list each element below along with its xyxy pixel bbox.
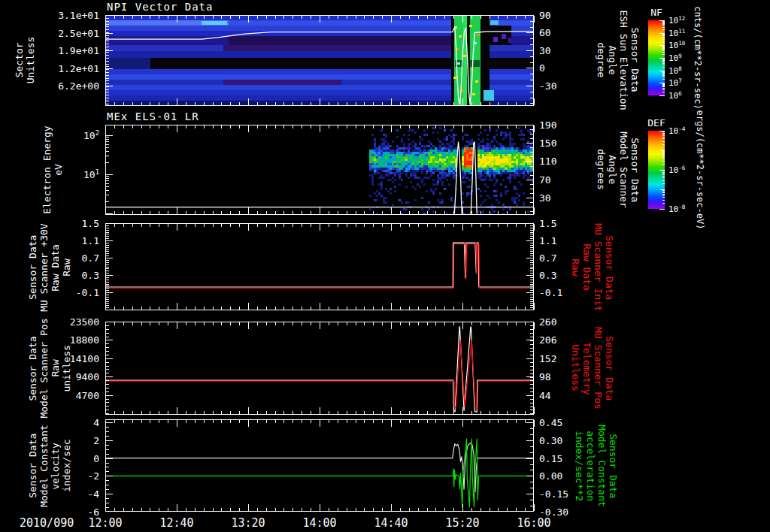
y-tick-label: 2 <box>17 434 99 446</box>
y-tick-label: 102 <box>17 129 99 141</box>
x-tick-label: 14:00 <box>302 516 336 530</box>
y-tick-label: 260 <box>539 316 592 328</box>
y-tick-label: 0.7 <box>539 252 592 264</box>
y-tick-label: 101 <box>17 168 99 180</box>
y-tick-label: 0.7 <box>17 252 99 264</box>
y-tick-label: 110 <box>539 156 592 167</box>
colorbar-tick-label: 10-8 <box>668 204 685 215</box>
y-tick-label: 44 <box>539 389 592 401</box>
colorbar-tick-label: 1012 <box>668 15 685 26</box>
y-tick-label: 0 <box>17 452 99 464</box>
y-tick-label: 4 <box>17 416 99 428</box>
colorbar2-title: DEF <box>647 117 666 128</box>
panel1-right-axis-label: Sensor Data ESH Sun Elevation Angle degr… <box>596 10 641 110</box>
y-tick-label: 0.30 <box>539 434 592 446</box>
x-tick-label: 15:20 <box>445 516 479 530</box>
y-tick-label: -30 <box>539 80 592 91</box>
y-tick-label: -2 <box>17 470 99 482</box>
y-tick-label: 2.5e+01 <box>17 27 99 38</box>
y-tick-label: 9400 <box>17 371 99 382</box>
y-tick-label: 30 <box>539 192 592 203</box>
y-tick-label: 0.3 <box>17 270 99 281</box>
colorbar-tick-label: 10-4 <box>668 125 685 137</box>
y-tick-label: 70 <box>539 174 592 185</box>
figure-root: NPI Vector Data MEx ELS-01 LR Sector Uni… <box>0 0 770 532</box>
plots-canvas <box>0 0 770 532</box>
panel4-left-axis-label: Sensor Data Model Scanner Pos Raw unitle… <box>27 318 72 418</box>
y-tick-label: 14100 <box>17 352 99 364</box>
y-tick-label: 0.15 <box>539 452 592 464</box>
x-tick-label: 13:20 <box>231 516 265 530</box>
panel2-right-axis-label: Sensor Data Model Scanner Angle degrees <box>596 131 641 208</box>
y-tick-label: 152 <box>539 352 592 364</box>
y-tick-label: 18800 <box>17 334 99 346</box>
y-tick-label: -0.15 <box>539 488 592 500</box>
colorbar-tick-label: 108 <box>668 65 682 76</box>
colorbar-tick-label: 109 <box>668 53 682 64</box>
y-tick-label: 90 <box>539 10 592 21</box>
y-tick-label: 206 <box>539 334 592 346</box>
colorbar1-title: NF <box>647 7 666 18</box>
panel-3-series <box>105 243 534 288</box>
y-tick-label: 23500 <box>17 316 99 328</box>
colorbar-tick-label: 10-6 <box>668 165 685 176</box>
y-tick-label: 0.3 <box>539 270 592 281</box>
y-tick-label: -4 <box>17 488 99 500</box>
panel-4-series <box>105 327 534 413</box>
y-tick-label: 150 <box>539 138 592 149</box>
y-tick-label: 0.45 <box>539 416 592 428</box>
panel1-title: NPI Vector Data <box>107 1 213 13</box>
y-tick-label: 3.1e+01 <box>17 10 99 21</box>
y-tick-label: 1.1 <box>539 235 592 246</box>
y-tick-label: 4700 <box>17 389 99 401</box>
panel1-left-axis-label: Sector Unitless <box>14 37 36 84</box>
x-tick-label: 16:00 <box>517 516 550 530</box>
colorbar2-unit-label: ergs/(cm**2-sr-sec-eV) <box>695 110 705 230</box>
colorbar1-unit-label: cnts/(cm**2-sr-sec) <box>693 6 703 109</box>
y-tick-label: 1.1 <box>17 235 99 246</box>
colorbar <box>648 20 665 96</box>
x-tick-label: 12:00 <box>88 516 122 530</box>
y-tick-label: 190 <box>539 119 592 131</box>
x-tick-label: 12:40 <box>159 516 193 530</box>
y-tick-label: -0.1 <box>17 287 99 298</box>
y-tick-label: 60 <box>539 27 592 38</box>
y-tick-label: 1.5 <box>17 218 99 229</box>
x-tick-label: 14:40 <box>374 516 408 530</box>
colorbar-tick-label: 107 <box>668 77 682 89</box>
panel-2-heatmap <box>369 127 534 215</box>
colorbar <box>648 131 665 210</box>
y-tick-label: -6 <box>17 506 99 518</box>
y-tick-label: 1.5 <box>539 218 592 229</box>
y-tick-label: 0 <box>539 62 592 74</box>
y-tick-label: 6.2e+00 <box>17 80 99 92</box>
y-tick-label: 98 <box>539 371 592 382</box>
colorbar-tick-label: 106 <box>668 90 682 101</box>
colorbar-tick-label: 1011 <box>668 27 685 38</box>
y-tick-label: 0.00 <box>539 470 592 482</box>
y-tick-label: 1.2e+01 <box>17 62 99 74</box>
y-tick-label: -0.1 <box>539 287 592 298</box>
panel-5-series <box>105 439 534 507</box>
panel-1-heatmap <box>105 15 534 106</box>
panel2-title: MEx ELS-01 LR <box>107 110 199 122</box>
date-label: 2010/090 <box>20 516 74 530</box>
colorbar-tick-label: 1010 <box>668 40 685 51</box>
y-tick-label: 1.9e+01 <box>17 45 99 56</box>
y-tick-label: 30 <box>539 44 592 56</box>
